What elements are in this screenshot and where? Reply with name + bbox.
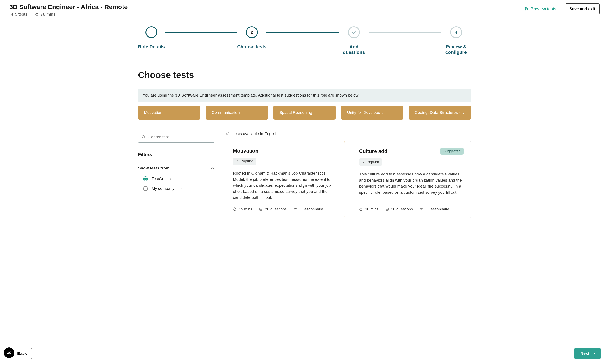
step-label: Add questions (339, 44, 369, 55)
sliders-icon (420, 207, 423, 211)
eye-icon (523, 7, 528, 11)
filter-group-show-from[interactable]: Show tests from (138, 166, 215, 170)
test-card-description: Rooted in Oldham & Hackman's Job Charact… (233, 170, 338, 201)
card-type: Questionnaire (294, 207, 323, 211)
questions-icon (385, 207, 389, 211)
popular-label: Popular (367, 160, 379, 164)
filter-option-label: TestGorilla (152, 177, 171, 181)
radio-selected-icon (143, 177, 148, 181)
test-card-title: Motivation (233, 148, 258, 154)
filter-option-label: My company (152, 186, 175, 191)
step-label: Role Details (138, 44, 165, 50)
svg-point-7 (296, 208, 296, 209)
save-and-exit-button[interactable]: Save and exit (565, 3, 600, 14)
search-input[interactable] (149, 135, 211, 139)
search-box[interactable] (138, 131, 215, 143)
tests-icon (9, 13, 13, 16)
test-card-meta: 15 mins 20 questions Questionnaire (233, 207, 338, 211)
assessment-title: 3D Software Engineer - Africa - Remote (9, 3, 128, 11)
selected-test-chip[interactable]: Coding: Data Structures - Ha... (409, 106, 471, 120)
filters-sidebar: Filters Show tests from TestGorilla My c… (138, 131, 215, 218)
questions-icon (259, 207, 263, 211)
step-role-details[interactable]: Role Details (138, 26, 165, 50)
test-cards-row: Motivation Popular Rooted in Oldham & Ha… (226, 141, 471, 218)
filter-option-testgorilla[interactable]: TestGorilla (143, 177, 215, 181)
header-left: 3D Software Engineer - Africa - Remote 5… (9, 3, 128, 17)
popular-badge: Popular (233, 158, 256, 165)
help-icon[interactable]: ? (180, 187, 183, 191)
duration-text: 78 mins (41, 12, 55, 17)
selected-tests-row: Motivation Communication Spatial Reasoni… (138, 106, 471, 120)
card-type: Questionnaire (420, 207, 449, 211)
header-bar: 3D Software Engineer - Africa - Remote 5… (0, 0, 609, 21)
selected-test-chip[interactable]: Spatial Reasoning (273, 106, 336, 120)
page-title: Choose tests (138, 70, 471, 80)
step-choose-tests[interactable]: 2 Choose tests (237, 26, 267, 50)
clock-icon (35, 13, 39, 16)
save-exit-label: Save and exit (569, 7, 595, 11)
test-card-description: This culture add test assesses how a can… (359, 171, 463, 201)
check-icon (149, 30, 154, 35)
card-questions: 20 questions (385, 207, 413, 211)
card-type-text: Questionnaire (426, 207, 449, 211)
test-card-motivation[interactable]: Motivation Popular Rooted in Oldham & Ha… (226, 141, 345, 218)
selected-test-chip[interactable]: Unity for Developers (341, 106, 403, 120)
preview-tests-link[interactable]: Preview tests (523, 7, 556, 11)
results-column: 411 tests available in English. Motivati… (226, 131, 471, 218)
tests-count-text: 5 tests (15, 12, 27, 17)
step-num: 2 (251, 30, 253, 35)
filters-heading: Filters (138, 152, 215, 157)
step-review-configure[interactable]: 4 Review & configure (441, 26, 471, 55)
card-duration: 15 mins (233, 207, 252, 211)
selected-test-chip[interactable]: Communication (206, 106, 268, 120)
card-questions-text: 20 questions (265, 207, 287, 211)
svg-point-8 (295, 209, 295, 210)
card-type-text: Questionnaire (299, 207, 323, 211)
banner-prefix: You are using the (143, 93, 175, 97)
step-label: Review & configure (441, 44, 471, 55)
sliders-icon (294, 207, 297, 211)
footer-bar: Back Next (0, 343, 609, 347)
card-duration-text: 15 mins (239, 207, 252, 211)
card-questions-text: 20 questions (391, 207, 413, 211)
filter-group-label: Show tests from (138, 166, 169, 170)
svg-point-3 (525, 8, 526, 10)
tests-count: 5 tests (9, 12, 27, 17)
template-info-banner: You are using the 3D Software Engineer a… (138, 89, 471, 102)
header-right: Preview tests Save and exit (523, 3, 600, 14)
step-connector (267, 32, 339, 33)
card-questions: 20 questions (259, 207, 287, 211)
test-card-title: Culture add (359, 148, 387, 154)
svg-point-11 (422, 208, 422, 209)
clock-icon (233, 207, 237, 211)
svg-point-2 (524, 8, 528, 10)
test-card-meta: 10 mins 20 questions Questionnaire (359, 207, 463, 211)
clock-icon (359, 207, 363, 211)
results-count: 411 tests available in English. (226, 131, 471, 136)
search-icon (142, 135, 146, 139)
chevron-up-icon (211, 166, 215, 170)
filter-option-my-company[interactable]: My company ? (143, 186, 215, 191)
scroll-area[interactable]: Role Details 2 Choose tests Add question… (0, 21, 609, 347)
check-icon (352, 30, 356, 35)
popular-badge: Popular (359, 158, 382, 166)
selected-test-chip[interactable]: Motivation (138, 106, 200, 120)
banner-suffix: assessment template. Additional test sug… (217, 93, 360, 97)
filter-options: TestGorilla My company ? (138, 177, 215, 197)
radio-icon (143, 186, 148, 191)
step-connector (369, 32, 441, 33)
header-meta: 5 tests 78 mins (9, 12, 128, 17)
step-num: 4 (450, 26, 462, 38)
popular-label: Popular (241, 159, 253, 163)
card-duration-text: 10 mins (365, 207, 379, 211)
svg-point-12 (421, 209, 421, 210)
step-label: Choose tests (237, 44, 267, 50)
step-add-questions[interactable]: Add questions (339, 26, 369, 55)
step-connector (165, 32, 237, 33)
card-duration: 10 mins (359, 207, 379, 211)
banner-template-name: 3D Software Engineer (175, 93, 217, 97)
test-card-culture-add[interactable]: Culture add Suggested Popular This cultu… (352, 141, 471, 218)
svg-rect-0 (10, 13, 13, 16)
suggested-badge: Suggested (440, 148, 463, 155)
stepper: Role Details 2 Choose tests Add question… (138, 21, 471, 64)
